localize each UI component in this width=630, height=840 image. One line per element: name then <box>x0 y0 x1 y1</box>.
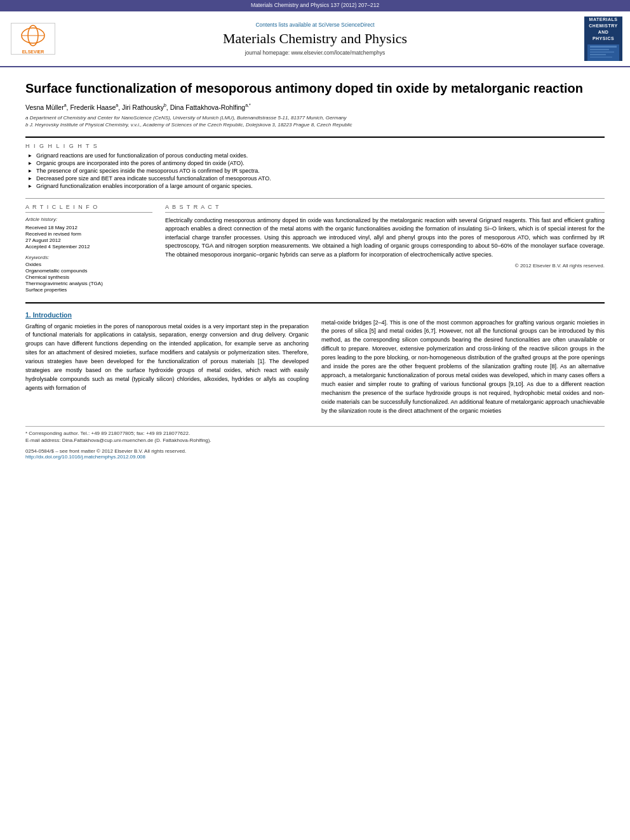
footnote-section: * Corresponding author. Tel.: +49 89 218… <box>25 426 605 443</box>
sciverse-link[interactable]: SciVerse ScienceDirect <box>318 22 374 28</box>
journal-title-section: Contents lists available at SciVerse Sci… <box>65 22 565 56</box>
svg-rect-9 <box>590 57 612 58</box>
history-revised-label: Received in revised form <box>25 231 152 237</box>
article-title: Surface functionalization of mesoporous … <box>25 80 605 97</box>
info-abstract-section: A R T I C L E I N F O Article history: R… <box>25 204 605 293</box>
affiliation-a: a Department of Chemistry and Center for… <box>25 115 605 121</box>
highlight-item: The presence of organic species inside t… <box>29 168 605 174</box>
svg-rect-8 <box>590 54 606 55</box>
highlights-label: H I G H L I G H T S <box>25 143 605 149</box>
doi-link[interactable]: http://dx.doi.org/10.1016/j.matchemphys.… <box>25 454 145 460</box>
highlights-section: H I G H L I G H T S Grignard reactions a… <box>25 143 605 189</box>
doi-line: http://dx.doi.org/10.1016/j.matchemphys.… <box>25 454 605 460</box>
journal-cover-image: MATERIALS CHEMISTRY AND PHYSICS <box>572 17 622 61</box>
keyword-synthesis: Chemical synthesis <box>25 274 152 280</box>
elsevier-logo-left: ELSEVIER <box>8 23 58 55</box>
intro-text-col1: Grafting of organic moieties in the pore… <box>25 323 309 394</box>
email-footnote: E-mail address: Dina.Fattakhova@cup.uni-… <box>25 437 605 443</box>
svg-rect-6 <box>590 49 609 50</box>
abstract-column: A B S T R A C T Electrically conducting … <box>165 204 605 293</box>
abstract-label: A B S T R A C T <box>165 204 605 213</box>
bottom-footer: 0254-0584/$ – see front matter © 2012 El… <box>25 448 605 460</box>
history-revised-date: 27 August 2012 <box>25 237 152 243</box>
highlights-list: Grignard reactions are used for function… <box>25 152 605 189</box>
highlight-item: Grignard reactions are used for function… <box>29 152 605 159</box>
main-content: Surface functionalization of mesoporous … <box>0 67 630 472</box>
highlights-divider <box>25 198 605 199</box>
keywords-label: Keywords: <box>25 255 152 260</box>
highlight-item: Organic groups are incorporated into the… <box>29 160 605 166</box>
body-col-right: metal-oxide bridges [2–4]. This is one o… <box>321 309 605 416</box>
elsevier-emblem: ELSEVIER <box>11 23 55 55</box>
elsevier-wordmark: ELSEVIER <box>22 50 44 54</box>
contents-availability: Contents lists available at SciVerse Sci… <box>65 22 565 28</box>
body-col-left: 1. Introduction Grafting of organic moie… <box>25 309 309 416</box>
copyright-line: © 2012 Elsevier B.V. All rights reserved… <box>165 263 605 269</box>
author-vesna: Vesna Müller <box>25 103 64 111</box>
corresponding-footnote: * Corresponding author. Tel.: +49 89 218… <box>25 430 605 436</box>
journal-header: ELSEVIER Contents lists available at Sci… <box>0 10 630 67</box>
keyword-oxides: Oxides <box>25 262 152 267</box>
body-section: 1. Introduction Grafting of organic moie… <box>25 309 605 416</box>
keyword-tga: Thermogravimetric analysis (TGA) <box>25 281 152 286</box>
journal-name: Materials Chemistry and Physics <box>65 30 565 47</box>
authors-line: Vesna Müllera, Frederik Haasea, Jiri Rat… <box>25 103 605 111</box>
citation-text: Materials Chemistry and Physics 137 (201… <box>251 2 379 8</box>
journal-cover-art: MATERIALS CHEMISTRY AND PHYSICS <box>584 17 622 61</box>
header-divider <box>25 137 605 138</box>
history-accepted: Accepted 4 September 2012 <box>25 244 152 250</box>
article-info-column: A R T I C L E I N F O Article history: R… <box>25 204 152 293</box>
author-jiri: Jiri Rathousky <box>122 103 164 111</box>
affiliations: a Department of Chemistry and Center for… <box>25 115 605 128</box>
journal-citation-bar: Materials Chemistry and Physics 137 (201… <box>0 0 630 10</box>
journal-homepage: journal homepage: www.elsevier.com/locat… <box>65 50 565 56</box>
highlight-item: Decreased pore size and BET area indicat… <box>29 175 605 182</box>
body-divider <box>25 302 605 303</box>
keyword-organometallic: Organometallic compounds <box>25 268 152 274</box>
svg-rect-7 <box>590 51 614 53</box>
history-received: Received 18 May 2012 <box>25 225 152 230</box>
highlight-item: Grignard functionalization enables incor… <box>29 183 605 189</box>
keyword-surface: Surface properties <box>25 287 152 293</box>
abstract-text: Electrically conducting mesoporous antim… <box>165 217 605 260</box>
article-info-label: A R T I C L E I N F O <box>25 204 152 213</box>
history-label: Article history: <box>25 217 152 222</box>
author-dina: Dina Fattakhova-Rohlfing <box>170 103 245 111</box>
svg-rect-5 <box>590 46 617 48</box>
author-frederik: Frederik Haase <box>70 103 116 111</box>
intro-text-col2: metal-oxide bridges [2–4]. This is one o… <box>321 319 605 416</box>
intro-heading: 1. Introduction <box>25 311 309 319</box>
affiliation-b: b J. Heyrovsky Institute of Physical Che… <box>25 122 605 128</box>
issn-line: 0254-0584/$ – see front matter © 2012 El… <box>25 448 605 454</box>
